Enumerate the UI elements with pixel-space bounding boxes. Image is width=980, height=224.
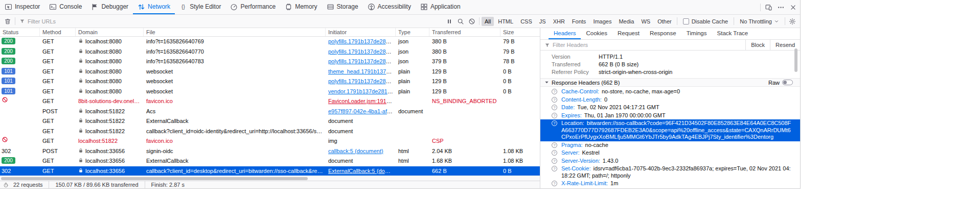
tab-application[interactable]: Application: [416, 0, 465, 14]
tab-accessibility[interactable]: Accessibility: [363, 0, 416, 14]
table-row[interactable]: 101GETlocalhost:8080websockettheme_head.…: [0, 67, 540, 77]
disable-cache-option[interactable]: Disable Cache: [683, 18, 728, 24]
filter-all[interactable]: All: [482, 17, 494, 26]
status-cell: 200: [0, 156, 40, 166]
table-row[interactable]: 200GETlocalhost:33656ExternalCallbackdoc…: [0, 156, 540, 166]
throttling-dropdown[interactable]: No Throttling: [740, 18, 779, 24]
column-header-domain[interactable]: Domain: [76, 28, 144, 36]
initiator-link[interactable]: FaviconLoader.jsm:191 (img): [328, 98, 396, 104]
tab-headers[interactable]: Headers: [549, 28, 581, 39]
table-row[interactable]: GETlocalhost:51822ExternalCallbackdocume…: [0, 116, 540, 127]
header-row[interactable]: ?DateTue, 02 Nov 2021 04:17:21 GMT: [540, 104, 800, 112]
table-row[interactable]: GET8bit-solutions-dev.onelogin…favicon.i…: [0, 96, 540, 107]
block-button[interactable]: Block: [745, 40, 770, 50]
tab-request[interactable]: Request: [612, 28, 645, 39]
filter-media[interactable]: Media: [616, 17, 637, 26]
table-row[interactable]: 302GETlocalhost:33656callback?client_id=…: [0, 166, 540, 176]
filter-css[interactable]: CSS: [517, 17, 535, 26]
tab-style-editor[interactable]: {}Style Editor: [175, 0, 225, 14]
twisty-down-icon[interactable]: [544, 80, 549, 85]
close-icon: [789, 4, 797, 11]
gear-icon: [789, 18, 796, 25]
clear-requests-button[interactable]: [2, 16, 13, 27]
table-row[interactable]: 101GETlocalhost:8080websocketvendor.1791…: [0, 87, 540, 97]
tab-cookies[interactable]: Cookies: [581, 28, 612, 39]
filter-fonts[interactable]: Fonts: [569, 17, 589, 26]
tab-debugger[interactable]: Debugger: [86, 0, 133, 14]
header-row[interactable]: ?Cache-Controlno-store, no-cache, max-ag…: [540, 88, 800, 96]
responsive-design-button[interactable]: [762, 0, 774, 14]
response-headers-section[interactable]: Response Headers (662 B) Raw: [540, 78, 800, 87]
application-icon: [420, 3, 428, 11]
scrollbar-thumb[interactable]: [1, 177, 308, 180]
filter-headers-input[interactable]: [553, 42, 745, 48]
table-row[interactable]: 200GETlocalhost:8080info?t=1635826640770…: [0, 47, 540, 57]
tab-console[interactable]: Console: [44, 0, 86, 14]
filter-images[interactable]: Images: [590, 17, 614, 26]
column-header-method[interactable]: Method: [40, 28, 76, 36]
network-settings-button[interactable]: [787, 16, 798, 27]
request-blocking-button[interactable]: [466, 16, 477, 27]
header-row[interactable]: ?Server-Version1.43.0: [540, 157, 800, 165]
initiator-link[interactable]: callback:5 (document): [328, 148, 383, 154]
header-row[interactable]: ?Content-Length0: [540, 96, 800, 104]
meatball-menu-button[interactable]: [774, 0, 787, 14]
header-row[interactable]: ?Locationbitwarden://sso-callback?code=9…: [540, 119, 800, 141]
filter-urls-input[interactable]: [28, 18, 444, 24]
table-row[interactable]: 200GETlocalhost:8080info?t=1635826640783…: [0, 57, 540, 67]
request-details-pane: HeadersCookiesRequestResponseTimingsStac…: [540, 28, 800, 188]
tab-storage[interactable]: Storage: [322, 0, 363, 14]
column-header-file[interactable]: File: [144, 28, 326, 36]
disable-cache-checkbox[interactable]: [683, 18, 689, 24]
table-row[interactable]: 200GETlocalhost:8080info?t=1635826640769…: [0, 37, 540, 47]
tab-stack-trace[interactable]: Stack Trace: [712, 28, 754, 39]
initiator-link[interactable]: ExternalCallback:5 (docume…: [328, 168, 396, 174]
raw-toggle[interactable]: [782, 80, 793, 85]
initiator-link[interactable]: vendor.1791b137de281b787…: [328, 88, 396, 94]
tab-inspector[interactable]: Inspector: [0, 0, 44, 14]
column-header-size[interactable]: Size: [500, 28, 540, 36]
filter-ws[interactable]: WS: [638, 17, 653, 26]
column-header-status[interactable]: Status: [0, 28, 40, 36]
separator: [479, 17, 480, 25]
table-row[interactable]: 302POSTlocalhost:33656signin-oidccallbac…: [0, 146, 540, 157]
initiator-link[interactable]: polyfills.1791b137de281b787…: [328, 48, 396, 55]
column-header-initiator[interactable]: Initiator: [326, 28, 396, 36]
filter-xhr[interactable]: XHR: [550, 17, 568, 26]
tab-response[interactable]: Response: [645, 28, 681, 39]
tab-performance[interactable]: Performance: [225, 0, 280, 14]
method-cell: GET: [40, 127, 76, 137]
header-row[interactable]: ?X-Rate-Limit-Limit1m: [540, 180, 800, 188]
initiator-link[interactable]: polyfills.1791b137de281b787…: [328, 58, 396, 64]
search-button[interactable]: [455, 16, 466, 27]
question-icon: ?: [552, 142, 557, 148]
table-row[interactable]: GETlocalhost:51822callback?client_id=oid…: [0, 127, 540, 137]
tab-timings[interactable]: Timings: [681, 28, 712, 39]
filter-js[interactable]: JS: [536, 17, 549, 26]
tab-network[interactable]: Network: [133, 0, 175, 14]
header-row[interactable]: ?ServerKestrel: [540, 149, 800, 157]
initiator-link[interactable]: theme_head.1791b137de281…: [328, 68, 396, 74]
tab-memory[interactable]: Memory: [280, 0, 322, 14]
header-row[interactable]: ?Pragmano-cache: [540, 141, 800, 150]
table-row[interactable]: 101GETlocalhost:8080websocketpolyfills.1…: [0, 77, 540, 87]
status-badge: 200: [2, 48, 15, 55]
horizontal-scrollbar[interactable]: [0, 176, 540, 181]
summary-row: Transferred662 B (0 B size): [540, 61, 800, 68]
column-header-type[interactable]: Type: [396, 28, 429, 36]
filter-other[interactable]: Other: [654, 17, 675, 26]
initiator-link[interactable]: e957f897-042e-4ba1-aff1-…: [328, 108, 396, 114]
filter-html[interactable]: HTML: [495, 17, 516, 26]
table-row[interactable]: GETlocalhost:51822favicon.icoimgCSP: [0, 136, 540, 146]
close-button[interactable]: [787, 0, 799, 14]
header-row[interactable]: ?Set-Cookieidsrv=adf6cba1-7075-402b-9ec3…: [540, 165, 800, 180]
column-header-transferred[interactable]: Transferred: [429, 28, 500, 36]
network-filter-bar: AllHTMLCSSJSXHRFontsImagesMediaWSOther D…: [0, 15, 800, 28]
header-row[interactable]: ?ExpiresThu, 01 Jan 1970 00:00:00 GMT: [540, 112, 800, 120]
pause-traffic-button[interactable]: [444, 16, 455, 27]
table-row[interactable]: POSTlocalhost:51822Acse957f897-042e-4ba1…: [0, 107, 540, 117]
initiator-link[interactable]: polyfills.1791b137de281b787…: [328, 78, 396, 84]
lock-icon: [78, 88, 83, 93]
vertical-scrollbar[interactable]: [794, 48, 797, 72]
initiator-link[interactable]: polyfills.1791b137de281b787…: [328, 38, 396, 44]
